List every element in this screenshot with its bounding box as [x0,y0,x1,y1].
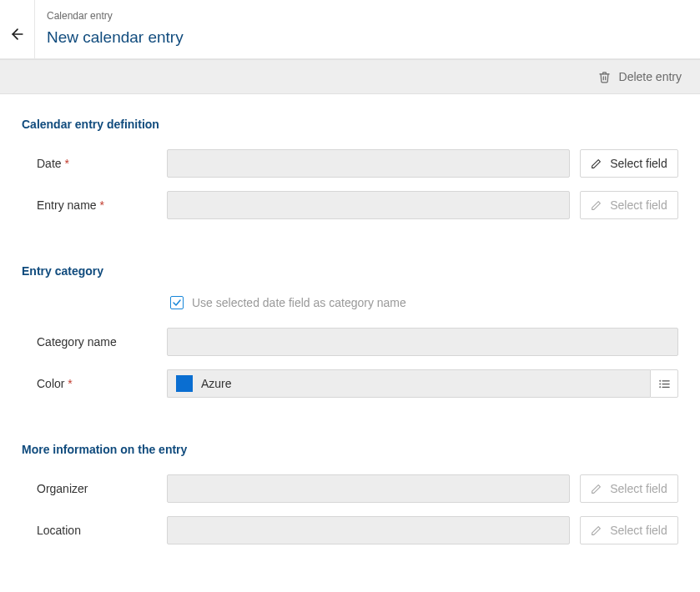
row-category-name: Category name [37,328,678,356]
section-definition-rows: Date Select field Entry name Select fiel… [37,149,678,219]
list-icon [658,378,671,390]
svg-point-6 [659,386,660,387]
color-picker-button[interactable] [650,369,678,398]
select-field-label: Select field [610,482,667,495]
use-date-checkbox-label: Use selected date field as category name [192,296,406,309]
svg-point-5 [659,384,660,384]
organizer-label: Organizer [37,482,157,495]
color-swatch [176,375,193,392]
row-organizer: Organizer Select field [37,474,678,503]
delete-entry-label: Delete entry [619,70,682,83]
toolbar: Delete entry [0,59,700,94]
row-location: Location Select field [37,516,678,544]
section-category-rows: Use selected date field as category name… [37,296,678,398]
row-entry-name: Entry name Select field [37,191,678,219]
entry-name-input[interactable] [167,191,570,219]
color-input[interactable]: Azure [167,369,650,398]
date-input[interactable] [167,149,570,178]
color-name: Azure [201,377,232,390]
back-button[interactable] [9,26,26,45]
location-input[interactable] [167,516,570,544]
section-more-info-rows: Organizer Select field Location Select f… [37,474,678,544]
color-label: Color [37,377,157,390]
entry-name-select-field-button[interactable]: Select field [580,191,678,219]
section-more-info-title: More information on the entry [22,443,678,456]
pencil-icon [591,158,602,169]
select-field-label: Select field [610,157,667,170]
row-date: Date Select field [37,149,678,178]
section-category-title: Entry category [22,264,678,278]
select-field-label: Select field [610,524,667,537]
trash-icon [598,71,611,83]
check-icon [172,298,182,308]
organizer-select-field-button[interactable]: Select field [580,474,678,503]
row-use-date-as-category: Use selected date field as category name [170,296,678,309]
header: Calendar entry New calendar entry [0,0,700,59]
entry-name-label: Entry name [37,198,157,212]
use-date-checkbox[interactable] [170,296,184,309]
row-color: Color Azure [37,369,678,398]
breadcrumb: Calendar entry [47,10,184,22]
page-title: New calendar entry [47,28,184,47]
content: Calendar entry definition Date Select fi… [0,94,700,591]
organizer-input[interactable] [167,474,570,503]
delete-entry-button[interactable]: Delete entry [598,70,682,83]
pencil-icon [591,200,602,211]
location-label: Location [37,524,157,537]
arrow-left-icon [9,26,26,43]
category-name-label: Category name [37,335,157,349]
pencil-icon [591,484,602,494]
select-field-label: Select field [610,198,667,212]
date-select-field-button[interactable]: Select field [580,149,678,178]
category-name-input[interactable] [167,328,678,356]
svg-point-4 [659,380,660,381]
pencil-icon [591,525,602,536]
color-field: Azure [167,369,678,398]
date-label: Date [37,157,157,170]
section-definition-title: Calendar entry definition [22,118,678,131]
location-select-field-button[interactable]: Select field [580,516,678,544]
back-column [0,0,35,58]
title-column: Calendar entry New calendar entry [35,0,195,58]
